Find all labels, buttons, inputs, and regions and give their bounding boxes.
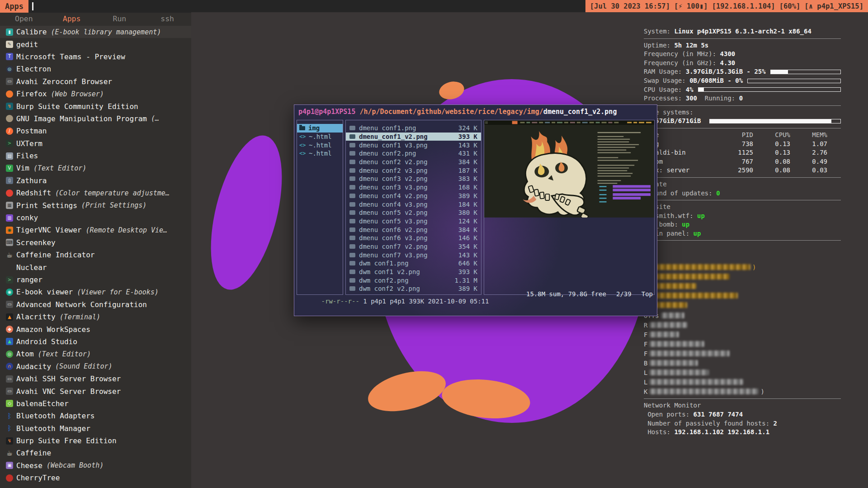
file-row[interactable]: dmenu_conf3_v3.png168 K	[346, 183, 481, 192]
file-row[interactable]: dmenu_conf2.png431 K	[346, 149, 481, 158]
file-row[interactable]: dmenu_conf2_v2.png384 K	[346, 158, 481, 166]
balena-etcher-icon: ◇	[6, 400, 13, 407]
file-row[interactable]: dmenu_conf7_v3.png143 K	[346, 251, 481, 259]
launcher-item[interactable]: ☕Caffeine	[0, 447, 191, 459]
launcher-item[interactable]: ◎Electron	[0, 63, 191, 75]
launcher-item-label: Postman	[16, 127, 47, 135]
launcher-tab-apps[interactable]: Apps	[48, 13, 96, 25]
launcher-item[interactable]: Redshift(Color temperature adjustme…	[0, 187, 191, 199]
file-row[interactable]: dmenu_conf5_v2.png380 K	[346, 208, 481, 217]
status-segment: [60%]	[779, 2, 801, 10]
launcher-item[interactable]: ▦Print Settings(Print Settings)	[0, 199, 191, 211]
launcher-search-input[interactable]	[28, 0, 191, 13]
launcher-item[interactable]: ▮Calibre(E-book library management)	[0, 26, 191, 38]
launcher-item[interactable]: Firefox(Web Browser)	[0, 88, 191, 100]
file-size: 146 K	[458, 234, 477, 242]
file-name: dmenu_conf3_v2.png	[359, 175, 458, 182]
terminal-window[interactable]: p4p1@p4p1XPS15 /h/p/Document/github/webs…	[294, 104, 657, 316]
file-row[interactable]: dmenu_conf7_v2.png354 K	[346, 242, 481, 251]
censored-line	[644, 272, 841, 281]
conky-line: Open ports: 631 7687 7474	[644, 410, 841, 419]
file-row[interactable]: dmenu_conf1_v3.png143 K	[346, 141, 481, 149]
file-row[interactable]: dmenu_conf4_v2.png389 K	[346, 192, 481, 200]
launcher-item[interactable]: ☕Caffeine Indicator	[0, 249, 191, 261]
launcher-item[interactable]: ◇balenaEtcher	[0, 398, 191, 410]
file-row[interactable]: dwm_conf1_v2.png393 K	[346, 268, 481, 276]
launcher-item[interactable]: TMicrosoft Teams - Preview	[0, 51, 191, 63]
conky-line: zip_bomb: up	[644, 220, 841, 229]
launcher-tab-run[interactable]: Run	[96, 13, 144, 25]
launcher-item[interactable]: Nuclear	[0, 261, 191, 273]
launcher-item[interactable]: GNU Image Manipulation Program(…	[0, 113, 191, 125]
file-row[interactable]: dmenu_conf2_v3.png187 K	[346, 166, 481, 175]
launcher-item[interactable]: ◉E-book viewer(Viewer for E-books)	[0, 286, 191, 298]
file-row[interactable]: dmenu_conf6_v3.png146 K	[346, 234, 481, 242]
launcher-item[interactable]: ▭Avahi VNC Server Browser	[0, 385, 191, 397]
terminal-current-file: dmenu_conf1_v2.png	[543, 108, 617, 116]
audacity-icon: ∩	[6, 363, 13, 370]
launcher-item[interactable]: ▭Avahi Zeroconf Browser	[0, 76, 191, 88]
launcher-item[interactable]: ▤Files	[0, 150, 191, 162]
launcher-item[interactable]: ◉TigerVNC Viewer(Remote Desktop Vie…	[0, 224, 191, 236]
conky-line: File systems:	[644, 108, 841, 117]
alacritty-icon: ▲	[6, 313, 13, 321]
parent-dir-item[interactable]: <>~.html	[297, 141, 343, 149]
launcher-item[interactable]: ∩Audacity(Sound Editor)	[0, 360, 191, 373]
launcher-item[interactable]: ⌨Screenkey	[0, 237, 191, 249]
launcher-item[interactable]: ▲Alacritty(Terminal)	[0, 311, 191, 323]
launcher-item[interactable]: >UXTerm	[0, 137, 191, 150]
file-row[interactable]: dmenu_conf1_v2.png393 K	[346, 133, 481, 141]
file-row[interactable]: dmenu_conf3_v2.png383 K	[346, 175, 481, 183]
launcher-item[interactable]: ▯Zathura	[0, 175, 191, 187]
conky-divider	[644, 240, 841, 241]
image-file-icon	[349, 270, 355, 274]
launcher-item[interactable]: ◆Amazon WorkSpaces	[0, 323, 191, 335]
launcher-item[interactable]: /Postman	[0, 125, 191, 137]
android-studio-icon: ▲	[6, 338, 13, 345]
launcher-item[interactable]: CherryTree	[0, 472, 191, 484]
file-row[interactable]: dwm_conf2.png1.31 M	[346, 276, 481, 284]
launcher-item-label: Atom	[16, 350, 34, 358]
conky-divider	[644, 128, 841, 128]
parent-dir-item[interactable]: <>~.html	[297, 149, 343, 158]
atom-icon: ◎	[6, 351, 13, 358]
parent-dir-item[interactable]: <>~.html	[297, 133, 343, 141]
file-row[interactable]: dwm_conf1.png646 K	[346, 259, 481, 268]
terminal-statusline: -rw-r--r-- 1 p4p1 p4p1 393K 2021-10-09 0…	[298, 290, 653, 312]
launcher-item-label: Nuclear	[16, 263, 47, 272]
launcher-item-description: (Text Editor)	[38, 350, 91, 358]
conky-bar	[709, 119, 841, 123]
uxterm-icon: >	[6, 140, 13, 147]
parent-dir-item-label: ~.html	[309, 150, 332, 157]
launcher-item[interactable]: ᛒBluetooth Adapters	[0, 410, 191, 422]
folder-icon	[299, 126, 305, 130]
launcher-item[interactable]: ▥conky	[0, 212, 191, 224]
gimp-icon	[6, 115, 13, 122]
conky-process-table: NamePIDCPU%MEM%Xorg7380.131.07vivaldi-bi…	[644, 131, 841, 175]
launcher-item[interactable]: ✎gedit	[0, 38, 191, 50]
launcher-item-label: Files	[16, 152, 38, 160]
caffeine-icon: ☕	[6, 450, 13, 457]
bluetooth-manager-icon: ᛒ	[6, 425, 13, 432]
launcher-item[interactable]: ↯Burp Suite Community Edition	[0, 100, 191, 112]
launcher-item[interactable]: ↯Burp Suite Free Edition	[0, 435, 191, 447]
launcher-item[interactable]: ▭Advanced Network Configuration	[0, 298, 191, 311]
conky-text: 5h 12m 5s	[674, 41, 708, 50]
launcher-tab-open[interactable]: Open	[0, 13, 48, 25]
file-row[interactable]: dmenu_conf5_v3.png124 K	[346, 217, 481, 226]
launcher-item[interactable]: ᛒBluetooth Manager	[0, 422, 191, 435]
conky-text: Number of passively found hosts:	[644, 419, 774, 428]
launcher-item[interactable]: ▭Avahi SSH Server Browser	[0, 373, 191, 385]
ebook-viewer-icon: ◉	[6, 289, 13, 296]
file-row[interactable]: dmenu_conf6_v2.png384 K	[346, 225, 481, 234]
file-row[interactable]: dmenu_conf4_v3.png184 K	[346, 200, 481, 208]
launcher-item[interactable]: VVim(Text Editor)	[0, 162, 191, 174]
launcher-item-label: Alacritty	[16, 313, 56, 321]
file-row[interactable]: dmenu_conf1.png324 K	[346, 124, 481, 133]
launcher-item[interactable]: ▣Cheese(Webcam Booth)	[0, 460, 191, 472]
launcher-item[interactable]: >ranger	[0, 274, 191, 286]
launcher-item[interactable]: ▲Android Studio	[0, 336, 191, 348]
launcher-tab-ssh[interactable]: ssh	[143, 13, 191, 25]
parent-dir-item[interactable]: img	[297, 124, 343, 133]
launcher-item[interactable]: ◎Atom(Text Editor)	[0, 348, 191, 360]
